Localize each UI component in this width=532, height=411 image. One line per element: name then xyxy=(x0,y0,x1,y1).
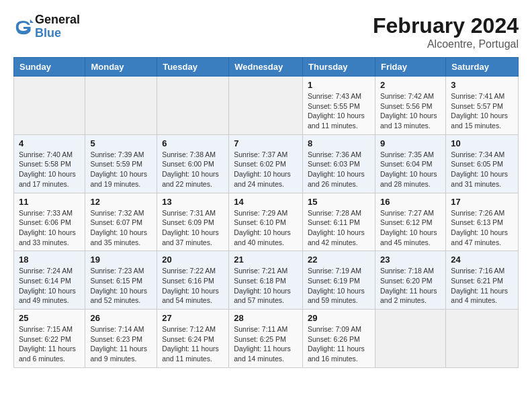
calendar-table: SundayMondayTuesdayWednesdayThursdayFrid… xyxy=(13,57,519,368)
calendar-week-3: 11Sunrise: 7:33 AM Sunset: 6:06 PM Dayli… xyxy=(14,193,519,251)
calendar-week-4: 18Sunrise: 7:24 AM Sunset: 6:14 PM Dayli… xyxy=(14,251,519,310)
calendar-cell: 23Sunrise: 7:18 AM Sunset: 6:20 PM Dayli… xyxy=(375,251,445,310)
day-number: 22 xyxy=(308,255,370,265)
day-number: 1 xyxy=(308,80,370,90)
calendar-cell: 10Sunrise: 7:34 AM Sunset: 6:05 PM Dayli… xyxy=(446,134,519,193)
logo: General Blue xyxy=(13,13,80,40)
day-number: 14 xyxy=(234,197,298,207)
logo-text: General Blue xyxy=(35,13,80,40)
day-info: Sunrise: 7:42 AM Sunset: 5:56 PM Dayligh… xyxy=(380,91,441,131)
day-info: Sunrise: 7:36 AM Sunset: 6:03 PM Dayligh… xyxy=(308,150,370,189)
calendar-cell xyxy=(375,310,445,368)
calendar-cell: 19Sunrise: 7:23 AM Sunset: 6:15 PM Dayli… xyxy=(85,251,157,310)
calendar-cell: 26Sunrise: 7:14 AM Sunset: 6:23 PM Dayli… xyxy=(85,310,157,368)
day-number: 5 xyxy=(90,138,152,148)
calendar-cell: 15Sunrise: 7:28 AM Sunset: 6:11 PM Dayli… xyxy=(303,193,375,251)
calendar-week-5: 25Sunrise: 7:15 AM Sunset: 6:22 PM Dayli… xyxy=(14,310,519,368)
day-number: 18 xyxy=(19,255,80,265)
calendar-cell: 20Sunrise: 7:22 AM Sunset: 6:16 PM Dayli… xyxy=(157,251,229,310)
column-header-tuesday: Tuesday xyxy=(157,58,229,77)
calendar-cell: 6Sunrise: 7:38 AM Sunset: 6:00 PM Daylig… xyxy=(157,134,229,193)
column-header-sunday: Sunday xyxy=(14,58,85,77)
day-info: Sunrise: 7:32 AM Sunset: 6:07 PM Dayligh… xyxy=(90,208,152,248)
day-number: 25 xyxy=(19,313,80,323)
calendar-cell: 28Sunrise: 7:11 AM Sunset: 6:25 PM Dayli… xyxy=(229,310,303,368)
day-number: 15 xyxy=(308,197,370,207)
calendar-header-row: SundayMondayTuesdayWednesdayThursdayFrid… xyxy=(14,58,519,77)
day-number: 16 xyxy=(380,197,441,207)
calendar-cell: 17Sunrise: 7:26 AM Sunset: 6:13 PM Dayli… xyxy=(446,193,519,251)
day-info: Sunrise: 7:39 AM Sunset: 5:59 PM Dayligh… xyxy=(90,150,152,189)
column-header-wednesday: Wednesday xyxy=(229,58,303,77)
calendar-cell: 29Sunrise: 7:09 AM Sunset: 6:26 PM Dayli… xyxy=(303,310,375,368)
day-info: Sunrise: 7:15 AM Sunset: 6:22 PM Dayligh… xyxy=(19,324,80,364)
day-info: Sunrise: 7:34 AM Sunset: 6:05 PM Dayligh… xyxy=(451,150,513,189)
calendar-cell: 9Sunrise: 7:35 AM Sunset: 6:04 PM Daylig… xyxy=(375,134,445,193)
day-info: Sunrise: 7:21 AM Sunset: 6:18 PM Dayligh… xyxy=(234,266,298,306)
calendar-cell: 2Sunrise: 7:42 AM Sunset: 5:56 PM Daylig… xyxy=(375,77,445,135)
day-number: 3 xyxy=(451,80,513,90)
day-number: 26 xyxy=(90,313,152,323)
day-number: 19 xyxy=(90,255,152,265)
day-number: 7 xyxy=(234,138,298,148)
day-info: Sunrise: 7:12 AM Sunset: 6:24 PM Dayligh… xyxy=(162,324,224,364)
calendar-cell: 18Sunrise: 7:24 AM Sunset: 6:14 PM Dayli… xyxy=(14,251,85,310)
calendar-cell: 3Sunrise: 7:41 AM Sunset: 5:57 PM Daylig… xyxy=(446,77,519,135)
day-info: Sunrise: 7:11 AM Sunset: 6:25 PM Dayligh… xyxy=(234,324,298,364)
calendar-cell: 21Sunrise: 7:21 AM Sunset: 6:18 PM Dayli… xyxy=(229,251,303,310)
day-info: Sunrise: 7:37 AM Sunset: 6:02 PM Dayligh… xyxy=(234,150,298,189)
calendar-cell: 7Sunrise: 7:37 AM Sunset: 6:02 PM Daylig… xyxy=(229,134,303,193)
day-info: Sunrise: 7:35 AM Sunset: 6:04 PM Dayligh… xyxy=(380,150,441,189)
calendar-cell: 11Sunrise: 7:33 AM Sunset: 6:06 PM Dayli… xyxy=(14,193,85,251)
calendar-cell: 8Sunrise: 7:36 AM Sunset: 6:03 PM Daylig… xyxy=(303,134,375,193)
day-info: Sunrise: 7:09 AM Sunset: 6:26 PM Dayligh… xyxy=(308,324,370,364)
day-info: Sunrise: 7:29 AM Sunset: 6:10 PM Dayligh… xyxy=(234,208,298,248)
day-info: Sunrise: 7:41 AM Sunset: 5:57 PM Dayligh… xyxy=(451,91,513,131)
calendar-cell xyxy=(446,310,519,368)
day-info: Sunrise: 7:19 AM Sunset: 6:19 PM Dayligh… xyxy=(308,266,370,306)
day-number: 11 xyxy=(19,197,80,207)
page-header: General Blue February 2024 Alcoentre, Po… xyxy=(13,13,519,50)
calendar-cell: 16Sunrise: 7:27 AM Sunset: 6:12 PM Dayli… xyxy=(375,193,445,251)
calendar-cell: 24Sunrise: 7:16 AM Sunset: 6:21 PM Dayli… xyxy=(446,251,519,310)
calendar-cell xyxy=(14,77,85,135)
calendar-cell: 4Sunrise: 7:40 AM Sunset: 5:58 PM Daylig… xyxy=(14,134,85,193)
day-number: 10 xyxy=(451,138,513,148)
day-info: Sunrise: 7:31 AM Sunset: 6:09 PM Dayligh… xyxy=(162,208,224,248)
day-number: 27 xyxy=(162,313,224,323)
calendar-cell: 1Sunrise: 7:43 AM Sunset: 5:55 PM Daylig… xyxy=(303,77,375,135)
day-number: 23 xyxy=(380,255,441,265)
day-number: 17 xyxy=(451,197,513,207)
day-number: 2 xyxy=(380,80,441,90)
day-info: Sunrise: 7:38 AM Sunset: 6:00 PM Dayligh… xyxy=(162,150,224,189)
day-info: Sunrise: 7:24 AM Sunset: 6:14 PM Dayligh… xyxy=(19,266,80,306)
page-subtitle: Alcoentre, Portugal xyxy=(373,38,519,50)
calendar-week-2: 4Sunrise: 7:40 AM Sunset: 5:58 PM Daylig… xyxy=(14,134,519,193)
calendar-cell xyxy=(157,77,229,135)
day-info: Sunrise: 7:33 AM Sunset: 6:06 PM Dayligh… xyxy=(19,208,80,248)
calendar-cell: 22Sunrise: 7:19 AM Sunset: 6:19 PM Dayli… xyxy=(303,251,375,310)
calendar-cell: 14Sunrise: 7:29 AM Sunset: 6:10 PM Dayli… xyxy=(229,193,303,251)
day-number: 21 xyxy=(234,255,298,265)
day-number: 12 xyxy=(90,197,152,207)
day-info: Sunrise: 7:40 AM Sunset: 5:58 PM Dayligh… xyxy=(19,150,80,189)
column-header-saturday: Saturday xyxy=(446,58,519,77)
day-info: Sunrise: 7:18 AM Sunset: 6:20 PM Dayligh… xyxy=(380,266,441,306)
calendar-cell xyxy=(85,77,157,135)
calendar-cell: 25Sunrise: 7:15 AM Sunset: 6:22 PM Dayli… xyxy=(14,310,85,368)
day-number: 29 xyxy=(308,313,370,323)
day-info: Sunrise: 7:22 AM Sunset: 6:16 PM Dayligh… xyxy=(162,266,224,306)
column-header-friday: Friday xyxy=(375,58,445,77)
day-info: Sunrise: 7:28 AM Sunset: 6:11 PM Dayligh… xyxy=(308,208,370,248)
column-header-thursday: Thursday xyxy=(303,58,375,77)
calendar-cell: 27Sunrise: 7:12 AM Sunset: 6:24 PM Dayli… xyxy=(157,310,229,368)
calendar-week-1: 1Sunrise: 7:43 AM Sunset: 5:55 PM Daylig… xyxy=(14,77,519,135)
day-info: Sunrise: 7:26 AM Sunset: 6:13 PM Dayligh… xyxy=(451,208,513,248)
day-number: 13 xyxy=(162,197,224,207)
day-info: Sunrise: 7:23 AM Sunset: 6:15 PM Dayligh… xyxy=(90,266,152,306)
day-number: 28 xyxy=(234,313,298,323)
day-info: Sunrise: 7:14 AM Sunset: 6:23 PM Dayligh… xyxy=(90,324,152,364)
column-header-monday: Monday xyxy=(85,58,157,77)
day-info: Sunrise: 7:43 AM Sunset: 5:55 PM Dayligh… xyxy=(308,91,370,131)
calendar-body: 1Sunrise: 7:43 AM Sunset: 5:55 PM Daylig… xyxy=(14,77,519,368)
